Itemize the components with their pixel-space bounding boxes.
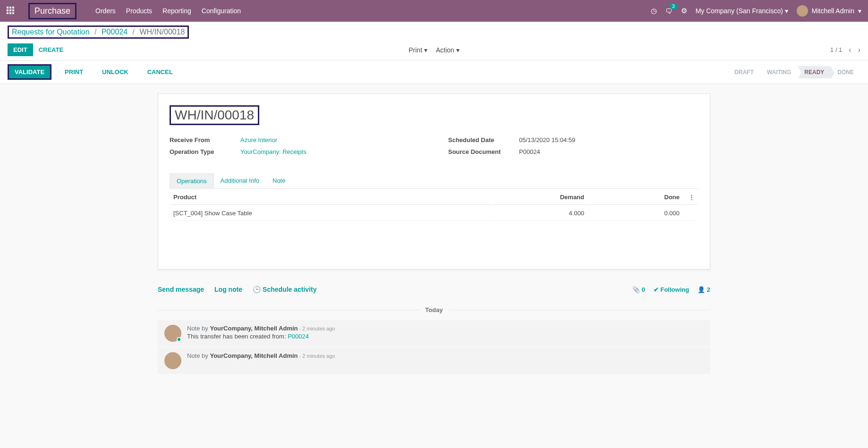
chatter: Send message Log note 🕒 Schedule activit… [158,279,710,374]
msg-author: YourCompany, Mitchell Admin [210,352,298,359]
msg-time: - 2 minutes ago [298,353,335,359]
form-tabs: Operations Additional Info Note [170,173,698,189]
control-panel: Requests for Quotation / P00024 / WH/IN/… [0,22,868,60]
avatar [164,325,181,342]
messages-icon[interactable]: 🗨3 [665,7,672,15]
col-done: Done [588,190,682,205]
menu-configuration[interactable]: Configuration [202,7,241,15]
app-brand[interactable]: Purchase [28,3,77,19]
tab-additional-info[interactable]: Additional Info [214,173,266,188]
receive-from-label: Receive From [170,136,240,144]
status-bar: VALIDATE PRINT UNLOCK CANCEL DRAFT WAITI… [0,60,868,84]
schedule-activity-button[interactable]: 🕒 Schedule activity [253,286,316,293]
unlock-button[interactable]: UNLOCK [96,66,134,78]
operation-type-value[interactable]: YourCompany: Receipts [240,148,306,155]
paperclip-icon: 📎 [632,286,640,293]
log-note-button[interactable]: Log note [214,286,242,293]
msg-time: - 2 minutes ago [298,326,335,331]
send-message-button[interactable]: Send message [158,286,204,293]
status-done[interactable]: DONE [831,66,860,78]
create-button[interactable]: CREATE [33,43,69,56]
clock-icon[interactable]: ◷ [651,7,657,15]
chatter-message: Note by YourCompany, Mitchell Admin - 2 … [158,347,710,374]
check-icon: ✔ [654,286,659,293]
table-options-icon[interactable]: ⋮ [689,194,695,201]
scheduled-date-value: 05/13/2020 15:04:59 [519,136,575,144]
action-dropdown[interactable]: Action ▾ [436,46,460,54]
user-menu[interactable]: Mitchell Admin ▾ [797,5,861,17]
gift-icon[interactable]: ⚙ [681,7,687,15]
msg-prefix: Note by [187,325,210,332]
form-sheet: WH/IN/00018 Receive From Azure Interior … [158,93,710,270]
cell-demand: 4.000 [493,206,587,221]
followers-count[interactable]: 👤 2 [698,286,710,293]
tab-operations[interactable]: Operations [170,173,214,188]
clock-icon: 🕒 [253,286,263,293]
status-waiting[interactable]: WAITING [760,66,798,78]
validate-button[interactable]: VALIDATE [9,66,50,78]
cell-done: 0.000 [588,206,682,221]
msg-author: YourCompany, Mitchell Admin [210,325,298,332]
operations-table: Product Demand Done ⋮ [SCT_004] Show Cas… [170,189,698,222]
col-product: Product [170,190,492,205]
menu-orders[interactable]: Orders [95,7,116,15]
msg-link[interactable]: P00024 [288,333,309,340]
apps-icon[interactable] [7,7,15,15]
pager-next-icon[interactable]: › [858,46,860,54]
print-button[interactable]: PRINT [59,66,89,78]
msg-content: This transfer has been created from: [187,333,288,340]
breadcrumb-current: WH/IN/00018 [139,28,185,36]
status-flow: DRAFT WAITING READY DONE [728,66,860,78]
print-dropdown[interactable]: Print ▾ [408,46,427,54]
status-draft[interactable]: DRAFT [728,66,760,78]
tab-note[interactable]: Note [266,173,292,188]
cell-product: [SCT_004] Show Case Table [170,206,492,221]
chatter-message: Note by YourCompany, Mitchell Admin - 2 … [158,320,710,347]
breadcrumb: Requests for Quotation / P00024 / WH/IN/… [12,28,185,36]
source-document-label: Source Document [448,148,519,155]
date-divider: Today [158,306,710,313]
following-button[interactable]: ✔ Following [654,286,689,293]
col-demand: Demand [493,190,587,205]
status-ready[interactable]: READY [798,66,831,78]
pager-prev-icon[interactable]: ‹ [849,46,851,54]
pager: 1 / 1 [830,46,842,53]
company-selector[interactable]: My Company (San Francisco) ▾ [696,7,788,15]
breadcrumb-root[interactable]: Requests for Quotation [12,28,90,36]
record-title: WH/IN/00018 [175,108,254,123]
receive-from-value[interactable]: Azure Interior [240,136,277,144]
top-navbar: Purchase Orders Products Reporting Confi… [0,0,868,22]
cancel-button[interactable]: CANCEL [142,66,179,78]
messages-badge: 3 [670,3,677,9]
msg-prefix: Note by [187,352,210,359]
avatar [797,5,808,17]
attachments-count[interactable]: 📎 0 [632,286,645,293]
operation-type-label: Operation Type [170,148,240,155]
edit-button[interactable]: EDIT [8,43,33,56]
menu-reporting[interactable]: Reporting [162,7,191,15]
source-document-value: P00024 [519,148,540,155]
main-menu: Orders Products Reporting Configuration [95,7,241,15]
person-icon: 👤 [698,286,705,293]
menu-products[interactable]: Products [126,7,152,15]
scheduled-date-label: Scheduled Date [448,136,519,144]
breadcrumb-parent[interactable]: P00024 [102,28,128,36]
avatar [164,352,181,369]
table-row[interactable]: [SCT_004] Show Case Table 4.000 0.000 [170,206,698,221]
